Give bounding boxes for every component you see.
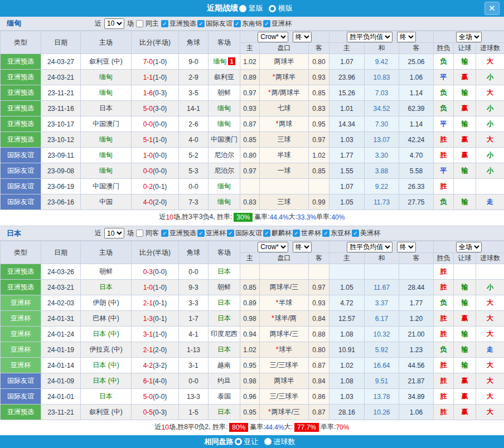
result-handicap-cell: 输 (454, 54, 476, 70)
horizontal-layout-label[interactable]: 横版 (278, 3, 293, 13)
date-cell: 24-01-19 (41, 342, 81, 358)
mean-away-cell: 27.75 (399, 194, 434, 210)
col-mean-away: 客 (399, 253, 434, 264)
odds-away-cell: 0.87 (309, 405, 329, 420)
competition-checkbox[interactable]: ✓ (197, 230, 205, 237)
competition-checkbox[interactable]: ✓ (234, 20, 241, 27)
odds-company-select[interactable]: Crow* (258, 32, 288, 42)
goals-trend-radio[interactable] (264, 438, 272, 445)
competition-label[interactable]: 世界杯 (301, 229, 321, 237)
competition-checkbox[interactable]: ✓ (197, 20, 205, 27)
competition-label[interactable]: 东亚杯 (331, 229, 351, 237)
result-handicap-cell: 赢 (454, 311, 476, 327)
mean-select[interactable]: 胜平负均值 (347, 32, 392, 42)
competition-filter-list: ✓亚洲预选✓亚洲杯✓国际友谊✓麒麟杯✓世界杯✓东亚杯✓美洲杯 (160, 228, 380, 238)
score-cell: 4-0(2-0) (132, 194, 179, 210)
competition-type-cell: 亚洲杯 (1, 327, 41, 342)
same-side-label[interactable]: 同客 (146, 228, 159, 238)
handicap-cell (260, 179, 309, 194)
competition-checkbox[interactable]: ✓ (352, 230, 359, 237)
odds-away-cell: 0.97 (309, 280, 329, 295)
competition-label[interactable]: 国际友谊 (235, 229, 262, 237)
competition-label[interactable]: 亚洲预选 (169, 20, 196, 27)
same-side-label[interactable]: 同主 (146, 19, 159, 28)
away-team-cell: 约旦 (209, 373, 240, 389)
horizontal-layout-radio[interactable] (269, 5, 276, 12)
competition-label[interactable]: 美洲杯 (360, 229, 380, 237)
col-type: 类型 (1, 241, 41, 264)
mean-home-cell: 1.05 (329, 280, 365, 295)
mean-home-cell: 15.26 (329, 85, 365, 101)
handicap-trend-label[interactable]: 亚让 (244, 437, 259, 447)
odds-time-select[interactable]: 终 (293, 32, 312, 42)
goals-trend-label[interactable]: 进球数 (274, 437, 295, 447)
competition-checkbox[interactable]: ✓ (263, 20, 270, 27)
vertical-layout-label[interactable]: 竖版 (249, 3, 263, 13)
col-result-goals: 进球数 (476, 253, 504, 264)
recent-count-select[interactable]: 10 (104, 228, 124, 238)
close-button[interactable]: ✕ (484, 2, 500, 15)
odds-home-cell (240, 264, 260, 280)
result-handicap-cell: 输 (454, 358, 476, 373)
competition-label[interactable]: 国际友谊 (206, 20, 232, 27)
result-wdl-cell: 胜 (434, 148, 454, 163)
col-home: 主场 (81, 31, 132, 54)
competition-type-cell: 国际友谊 (1, 389, 41, 405)
competition-label[interactable]: 亚洲杯 (206, 229, 226, 237)
competition-label[interactable]: 亚洲预选 (169, 229, 196, 237)
result-handicap-cell (454, 264, 476, 280)
mean-draw-cell: 10.26 (365, 405, 399, 420)
mean-draw-cell: 13.78 (365, 389, 399, 405)
odds-company-select[interactable]: Crow* (258, 242, 288, 252)
near-label: 近 (95, 228, 101, 238)
corner-cell: 9-3 (179, 280, 209, 295)
result-handicap-cell: 赢 (454, 148, 476, 163)
competition-label[interactable]: 麒麟杯 (272, 229, 292, 237)
summary-text: 44.4% (265, 423, 284, 431)
mean-away-cell: 62.39 (399, 101, 434, 116)
competition-type-cell: 亚洲杯 (1, 342, 41, 358)
mean-away-cell: 25.06 (399, 54, 434, 70)
mean-time-select[interactable]: 终 (397, 242, 416, 252)
mean-home-cell: 1.07 (329, 54, 365, 70)
score-cell: 2-1(2-0) (132, 342, 179, 358)
summary-text: 近 (159, 212, 166, 222)
odds-away-cell: 0.83 (309, 101, 329, 116)
competition-checkbox[interactable]: ✓ (263, 230, 270, 237)
date-cell: 24-03-21 (41, 280, 81, 295)
result-handicap-cell: 赢 (454, 373, 476, 389)
scope-select[interactable]: 全场 (456, 242, 482, 252)
competition-checkbox[interactable]: ✓ (322, 230, 329, 237)
odds-home-cell: 0.94 (240, 327, 260, 342)
vertical-layout-radio[interactable] (239, 5, 246, 12)
odds-time-select[interactable]: 终 (293, 242, 312, 252)
result-wdl-cell: 平 (434, 116, 454, 132)
score-cell: 0-5(0-3) (132, 405, 179, 420)
recent-count-select[interactable]: 10 (104, 18, 124, 29)
scope-select[interactable]: 全场 (456, 32, 482, 42)
competition-label[interactable]: 东南锦 (242, 20, 262, 27)
match-row: 亚洲预选23-10-17中国澳门0-0(0-0)2-6缅甸0.87*两球0.95… (1, 116, 504, 132)
competition-label[interactable]: 亚洲杯 (272, 20, 292, 27)
handicap-cell: *球半/两 (260, 311, 309, 327)
same-side-checkbox[interactable] (136, 230, 143, 237)
results-table-myanmar: 类型 日期 主场 比分(半场) 角球 客场 Crow* 终 胜平负均值 终 全场 (0, 31, 504, 210)
same-side-checkbox[interactable] (136, 20, 143, 27)
competition-checkbox[interactable]: ✓ (293, 230, 300, 237)
competition-checkbox[interactable]: ✓ (227, 230, 234, 237)
competition-checkbox[interactable]: ✓ (161, 230, 168, 237)
away-team-cell: 中国澳门 (209, 132, 240, 148)
odds-away-cell: 0.85 (309, 163, 329, 179)
competition-checkbox[interactable]: ✓ (161, 20, 168, 27)
score-cell: 1-3(0-1) (132, 311, 179, 327)
away-team-cell: 尼泊尔 (209, 148, 240, 163)
competition-type-cell: 亚洲预选 (1, 280, 41, 295)
handicap-trend-radio[interactable] (235, 438, 242, 445)
mean-draw-cell: 16.64 (365, 358, 399, 373)
mean-draw-cell (365, 264, 399, 280)
corner-cell: 0-0 (179, 264, 209, 280)
mean-select[interactable]: 胜平负均值 (347, 242, 392, 252)
summary-rate-chip: 77.7% (294, 423, 319, 432)
mean-draw-cell: 9.51 (365, 373, 399, 389)
mean-time-select[interactable]: 终 (397, 32, 416, 42)
